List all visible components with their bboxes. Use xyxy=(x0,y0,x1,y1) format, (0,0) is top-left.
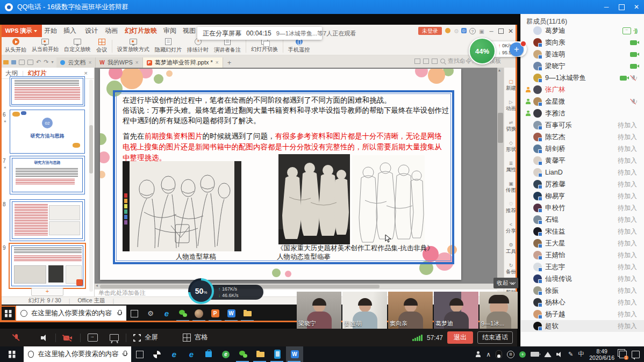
member-row[interactable]: 王大星待加入 xyxy=(521,237,644,249)
wps-restore-button[interactable] xyxy=(498,28,504,34)
sidebar-backup-button[interactable]: ↻备份 xyxy=(504,263,518,276)
member-row[interactable]: 胡剑桥待加入 xyxy=(521,143,644,155)
volume-icon[interactable] xyxy=(556,351,563,358)
slide-thumbnail-5[interactable] xyxy=(10,76,85,106)
video-thumbnail[interactable]: 窦向亲 xyxy=(388,292,433,329)
member-row[interactable]: 杨林心待加入 xyxy=(521,296,644,308)
hidden-icons-chevron[interactable]: ∧ xyxy=(486,351,491,358)
end-call-button[interactable]: 结束通话 xyxy=(477,331,513,344)
qq-maximize-button[interactable] xyxy=(614,0,629,14)
action-center-icon[interactable] xyxy=(632,351,640,358)
fullscreen-icon[interactable] xyxy=(133,334,141,342)
login-button[interactable]: 未登录 xyxy=(418,27,442,35)
play-from-start-button[interactable]: 从头开始 xyxy=(2,38,29,55)
taskbar-search[interactable]: 在这里输入你要搜索的内容 xyxy=(16,306,126,321)
fullscreen-label[interactable]: 全屏 xyxy=(145,333,158,342)
task-view-button[interactable] xyxy=(126,306,142,321)
tray-app-icon[interactable]: B xyxy=(507,351,514,358)
display-icon[interactable] xyxy=(432,59,438,64)
browser-button[interactable]: e xyxy=(217,346,234,362)
meeting-button[interactable]: 会议 xyxy=(94,38,110,55)
theme-label[interactable]: Office 主题 xyxy=(77,297,105,305)
ime-indicator[interactable]: 中 xyxy=(578,350,584,359)
quick-access-toolbar[interactable]: ↶ ↷ ▾ xyxy=(0,59,56,68)
ie-button[interactable]: e xyxy=(159,306,175,321)
grid-view-label[interactable]: 宫格 xyxy=(195,333,208,342)
video-thumbnail[interactable]: 9—1冰... xyxy=(480,292,518,329)
member-row[interactable]: 王婧怡待加入 xyxy=(521,249,644,261)
wps-close-button[interactable]: ✕ xyxy=(507,28,514,34)
video-thumbnail[interactable]: 姜连萌 xyxy=(342,292,387,329)
member-row[interactable]: 张广林 xyxy=(521,84,644,96)
progress-percent-badge[interactable]: 50% xyxy=(188,278,214,304)
member-row[interactable]: 百事可乐待加入 xyxy=(521,119,644,131)
close-icon[interactable]: × xyxy=(216,60,219,66)
file-explorer-button[interactable] xyxy=(252,346,269,362)
member-row[interactable]: 石锟待加入 xyxy=(521,214,644,226)
taskbar-search[interactable]: 在这里输入你要搜索的内容 xyxy=(24,346,131,362)
progress-percent-badge[interactable]: 44% xyxy=(469,38,496,64)
battery-icon[interactable] xyxy=(531,352,539,357)
presentation-icon[interactable] xyxy=(110,334,119,341)
exit-button[interactable]: 退出 xyxy=(447,331,473,344)
sidebar-shapes-button[interactable]: ◇形状 xyxy=(504,141,518,153)
slide-thumbnail-7[interactable]: 研究方法与思路 xyxy=(10,156,85,194)
play-from-current-button[interactable]: 从当前开始 xyxy=(29,38,61,55)
tab-slideshow[interactable]: 幻灯片放映 xyxy=(125,25,157,37)
setup-show-button[interactable]: 设置放映方式 xyxy=(115,38,152,55)
layout-icon[interactable] xyxy=(414,59,420,64)
member-row[interactable]: 黄馨平待加入 xyxy=(521,155,644,166)
member-row[interactable]: 柳易亨待加入 xyxy=(521,190,644,202)
sidebar-animation-button[interactable]: ▷动画 xyxy=(504,100,518,112)
tab-home[interactable]: 开始 xyxy=(44,25,57,37)
wps-ppt-button[interactable]: P xyxy=(207,306,223,321)
qq-close-button[interactable]: ✕ xyxy=(629,0,644,14)
member-row[interactable]: 厉雅馨待加入 xyxy=(521,178,644,190)
member-row[interactable]: 窦向亲 xyxy=(521,37,644,48)
collapse-button[interactable]: 收起 xyxy=(493,278,518,288)
start-button[interactable] xyxy=(0,346,24,362)
rehearse-timing-button[interactable]: 排练计时 xyxy=(184,38,211,55)
panel-scrollbar[interactable] xyxy=(89,79,93,292)
member-row[interactable]: 仙境传说待加入 xyxy=(521,273,644,285)
member-row[interactable]: 超软待加入 xyxy=(521,320,644,332)
ie-button[interactable]: e xyxy=(166,346,183,362)
doc-tab-cloud[interactable]: 云文档× xyxy=(56,57,96,68)
people-icon[interactable] xyxy=(475,351,481,357)
speaker-icon[interactable] xyxy=(40,334,48,342)
current-slide[interactable]: 在进行毕设创作的过程中，笔者在绘画的不同阶段都遇到了不同方面的困难和挑战。 俗话… xyxy=(100,69,461,280)
tab-animation[interactable]: 动画 xyxy=(105,25,118,37)
store-button[interactable] xyxy=(200,346,217,362)
share-screen-icon[interactable] xyxy=(88,334,98,342)
start-button[interactable] xyxy=(0,306,16,321)
sidebar-recommend-button[interactable]: ♡推荐 xyxy=(504,202,518,214)
help-icon[interactable]: ? xyxy=(469,28,476,34)
mic-icon[interactable] xyxy=(117,310,122,317)
member-row[interactable]: 杨子越待加入 xyxy=(521,308,644,320)
member-row[interactable]: 宋佳益待加入 xyxy=(521,226,644,237)
add-slide-button[interactable]: + xyxy=(31,288,63,296)
member-row[interactable]: 申校竹待加入 xyxy=(521,202,644,214)
settings-button[interactable]: ⚙ xyxy=(142,306,159,321)
qq-minimize-button[interactable]: ─ xyxy=(599,0,614,14)
pen-icon[interactable]: ✎ xyxy=(568,351,573,358)
tab-insert[interactable]: 插入 xyxy=(63,25,76,37)
camera-off-icon[interactable] xyxy=(63,334,73,342)
slide-thumbnail-6[interactable]: 02 研究方法与思路 xyxy=(10,110,85,154)
horizontal-scrollbar[interactable]: ◂▸ xyxy=(95,284,497,289)
video-thumbnail[interactable]: 葛梦迪 xyxy=(434,292,478,329)
sidebar-share-button[interactable]: <分享 xyxy=(504,222,518,235)
tab-view[interactable]: 视图 xyxy=(183,25,196,37)
wifi-icon[interactable] xyxy=(544,352,552,357)
member-row[interactable]: 徐振待加入 xyxy=(521,285,644,296)
member-row[interactable]: 李雅洁 xyxy=(521,107,644,119)
vertical-scrollbar[interactable]: ▴▾ xyxy=(497,68,504,284)
sidebar-upload-image-button[interactable]: ▣传图 xyxy=(504,182,518,194)
qq-button[interactable] xyxy=(191,306,207,321)
gear-icon[interactable]: ⚙ xyxy=(453,28,460,34)
video-thumbnail[interactable]: 梁晓宁 xyxy=(297,292,341,329)
phone-remote-button[interactable]: 手机遥控 xyxy=(285,38,312,55)
sidebar-transition-button[interactable]: ⇌切换 xyxy=(504,120,518,133)
mic-icon[interactable] xyxy=(122,351,127,358)
qq-tray-icon[interactable] xyxy=(496,350,502,358)
